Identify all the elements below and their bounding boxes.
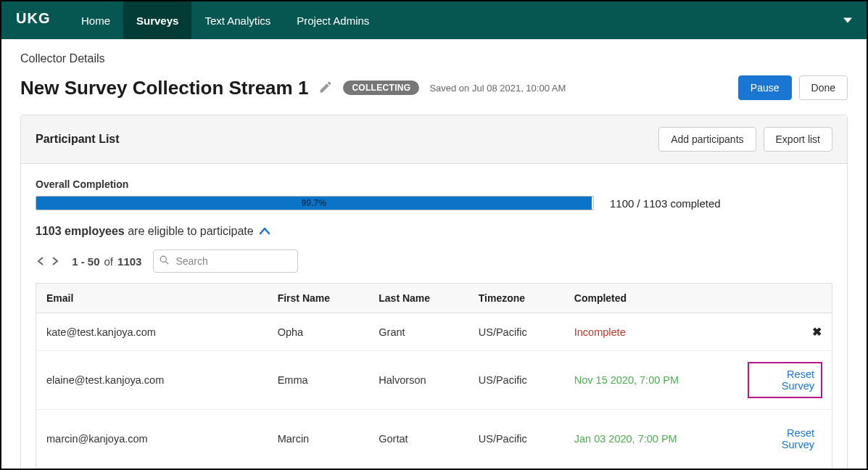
search-input[interactable]	[153, 250, 298, 273]
nav-project-admins[interactable]: Project Admins	[284, 1, 382, 39]
export-list-button[interactable]: Export list	[764, 127, 832, 152]
pager-prev-icon[interactable]	[36, 254, 46, 269]
col-email[interactable]: Email	[36, 284, 268, 313]
done-button[interactable]: Done	[799, 75, 848, 100]
status-badge: COLLECTING	[343, 81, 419, 95]
eligible-count: 1103 employees	[36, 225, 125, 237]
title-bar: New Survey Collection Stream 1 COLLECTIN…	[20, 75, 848, 100]
pager-of: of	[104, 255, 114, 268]
col-completed[interactable]: Completed	[564, 284, 738, 313]
panel-title: Participant List	[36, 133, 120, 146]
reset-survey-link[interactable]: Reset Survey	[748, 421, 822, 456]
table-row: elaine@test.kanjoya.comEmmaHalvorsonUS/P…	[36, 351, 832, 410]
pause-button[interactable]: Pause	[738, 75, 792, 100]
col-timezone[interactable]: Timezone	[468, 284, 564, 313]
pager-next-icon[interactable]	[50, 254, 60, 269]
reset-survey-link[interactable]: Reset Survey	[748, 363, 822, 397]
cell-completed: Nov 15 2020, 7:00 PM	[564, 351, 738, 410]
nav-home[interactable]: Home	[68, 1, 123, 39]
nav-left: ÜKG Home Surveys Text Analytics Project …	[16, 1, 382, 39]
cell-email: marcin@kanjoya.com	[36, 410, 268, 469]
caret-down-icon	[843, 16, 852, 25]
participant-panel: Participant List Add participants Export…	[20, 115, 848, 470]
cell-completed: Jan 03 2020, 7:00 PM	[564, 410, 738, 469]
cell-first-name: Marcin	[268, 410, 369, 469]
cell-email: elaine@test.kanjoya.com	[36, 351, 268, 410]
breadcrumb: Collector Details	[20, 52, 848, 65]
eligible-rest: are eligible to participate	[125, 225, 254, 237]
cell-completed: Incomplete	[564, 313, 738, 351]
pager-total: 1103	[117, 255, 141, 268]
cell-last-name: Gortat	[368, 410, 468, 469]
add-participants-button[interactable]: Add participants	[658, 127, 756, 152]
cell-first-name: Emma	[268, 351, 369, 410]
cell-timezone: US/Pacific	[468, 313, 564, 351]
edit-title-icon[interactable]	[318, 80, 333, 96]
nav-text-analytics[interactable]: Text Analytics	[191, 1, 284, 39]
cell-last-name: Grant	[368, 313, 468, 351]
eligible-line: 1103 employees are eligible to participa…	[36, 225, 832, 238]
progress-bar: 99.7%	[36, 196, 594, 210]
pager: 1 - 50 of 1103	[36, 254, 141, 269]
overall-completion-label: Overall Completion	[36, 178, 832, 190]
cell-last-name: Halvorson	[368, 351, 468, 410]
svg-text:ÜKG: ÜKG	[16, 12, 50, 26]
participant-table: Email First Name Last Name Timezone Comp…	[36, 283, 832, 470]
top-nav: ÜKG Home Surveys Text Analytics Project …	[1, 1, 867, 39]
page-title: New Survey Collection Stream 1	[20, 77, 308, 99]
progress-text: 1100 / 1103 completed	[610, 197, 721, 210]
cell-first-name: Opha	[268, 313, 369, 351]
cell-timezone: US/Pacific	[468, 351, 564, 410]
user-menu[interactable]	[839, 16, 852, 25]
saved-text: Saved on Jul 08 2021, 10:00 AM	[429, 83, 566, 94]
col-action	[738, 284, 832, 313]
cell-timezone: US/Pacific	[468, 410, 564, 469]
col-first-name[interactable]: First Name	[268, 284, 369, 313]
table-row: marcin@kanjoya.comMarcinGortatUS/Pacific…	[36, 410, 832, 469]
logo: ÜKG	[16, 12, 55, 30]
progress-fill: 99.7%	[36, 197, 592, 210]
cell-email: kate@test.kanjoya.com	[36, 313, 268, 351]
collapse-icon[interactable]	[260, 225, 270, 238]
table-row: kate@test.kanjoya.comOphaGrantUS/Pacific…	[36, 313, 832, 351]
nav-surveys[interactable]: Surveys	[123, 1, 191, 39]
delete-row-icon[interactable]: ✖	[812, 326, 822, 338]
col-last-name[interactable]: Last Name	[368, 284, 468, 313]
pager-range: 1 - 50	[72, 255, 99, 268]
